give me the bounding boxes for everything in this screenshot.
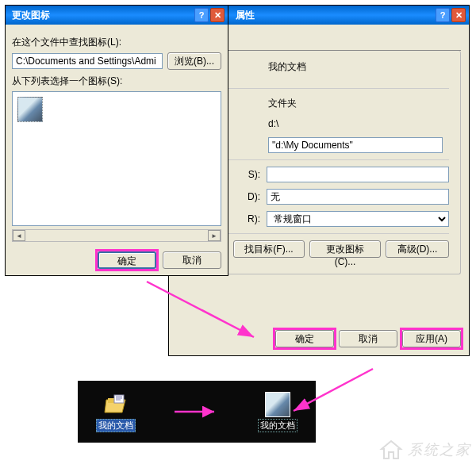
watermark: 系统之家 <box>379 439 471 460</box>
close-icon[interactable]: ✕ <box>451 8 466 22</box>
browse-button[interactable]: 浏览(B)... <box>167 52 221 70</box>
desktop-icon-after: 我的文档 <box>258 392 298 432</box>
target-input[interactable] <box>268 137 443 153</box>
close-icon[interactable]: ✕ <box>210 8 225 22</box>
desktop-preview: 我的文档 我的文档 <box>78 381 316 443</box>
custom-icon <box>265 392 290 417</box>
change-icon-title: 更改图标 <box>9 9 193 22</box>
find-target-button[interactable]: 找目标(F)... <box>233 240 305 258</box>
svg-rect-2 <box>114 395 124 403</box>
scroll-left-icon[interactable]: ◄ <box>13 230 25 241</box>
change-icon-dialog: 更改图标 ? ✕ 在这个文件中查找图标(L): 浏览(B)... 从下列表选择一… <box>5 5 228 276</box>
icon-thumbnail[interactable] <box>17 97 43 122</box>
icon-path-input[interactable] <box>12 53 163 69</box>
desktop-label-after: 我的文档 <box>258 419 298 432</box>
icon-ok-button[interactable]: 确定 <box>98 251 156 269</box>
props-cancel-button[interactable]: 取消 <box>339 330 397 347</box>
help-icon[interactable]: ? <box>194 8 209 22</box>
select-icon-label: 从下列表选择一个图标(S): <box>12 75 221 88</box>
scroll-right-icon[interactable]: ► <box>208 230 221 241</box>
change-icon-titlebar: 更改图标 ? ✕ <box>6 6 228 25</box>
icon-list[interactable] <box>12 91 221 226</box>
window-select[interactable]: 常规窗口 <box>267 211 449 227</box>
change-icon-body: 在这个文件中查找图标(L): 浏览(B)... 从下列表选择一个图标(S): ◄… <box>6 25 228 275</box>
props-apply-button[interactable]: 应用(A) <box>402 330 461 347</box>
folder-icon <box>103 392 129 417</box>
props-ok-button[interactable]: 确定 <box>275 330 334 347</box>
help-icon[interactable]: ? <box>436 8 450 22</box>
desktop-label-before: 我的文档 <box>96 419 136 432</box>
icon-cancel-button[interactable]: 取消 <box>163 251 221 269</box>
horizontal-scrollbar[interactable]: ◄ ► <box>12 229 221 242</box>
desktop-icon-before: 我的文档 <box>96 392 136 432</box>
change-icon-button[interactable]: 更改图标(C)... <box>309 240 381 258</box>
field-d[interactable] <box>267 189 449 205</box>
find-in-file-label: 在这个文件中查找图标(L): <box>12 36 221 49</box>
arrow-icon <box>173 404 221 420</box>
field-s[interactable] <box>267 167 449 182</box>
advanced-button[interactable]: 高级(D)... <box>386 240 449 258</box>
